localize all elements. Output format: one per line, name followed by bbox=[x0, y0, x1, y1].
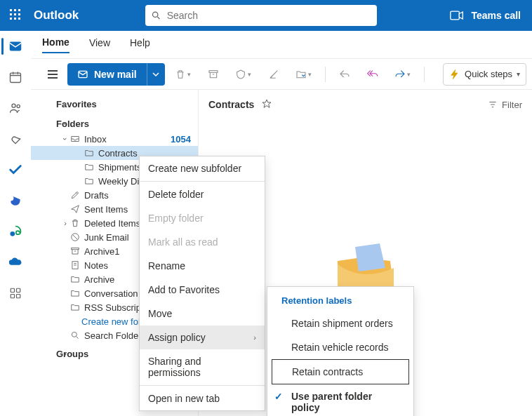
folder-inbox[interactable]: ›Inbox1054 bbox=[31, 132, 198, 146]
search-input[interactable] bbox=[167, 10, 371, 21]
folder-icon bbox=[70, 274, 80, 284]
svg-rect-13 bbox=[14, 13, 16, 15]
teams-call-button[interactable]: Teams call bbox=[443, 10, 528, 21]
quick-steps-label: Quick steps bbox=[465, 69, 512, 79]
separator bbox=[424, 67, 425, 82]
tab-home[interactable]: Home bbox=[42, 36, 69, 53]
video-icon bbox=[450, 11, 464, 20]
favorites-header[interactable]: ›Favorites bbox=[31, 95, 198, 112]
svg-rect-15 bbox=[10, 18, 12, 20]
svg-rect-9 bbox=[10, 9, 12, 11]
separator bbox=[140, 385, 265, 386]
chevron-right-icon: › bbox=[60, 219, 70, 227]
rail-calendar[interactable] bbox=[0, 62, 31, 93]
rail-app1[interactable] bbox=[0, 185, 31, 216]
ctx-delete-folder[interactable]: Delete folder bbox=[140, 182, 265, 206]
ctx-add-favorites[interactable]: Add to Favorites bbox=[140, 278, 265, 302]
folder-icon bbox=[84, 176, 94, 186]
new-mail-label: New mail bbox=[94, 69, 137, 80]
svg-rect-21 bbox=[209, 70, 218, 72]
ctx-open-new-tab[interactable]: Open in new tab bbox=[140, 387, 265, 410]
assign-policy-submenu: Retention labels Retain shipment orders … bbox=[267, 286, 414, 416]
app-launcher-icon[interactable] bbox=[4, 4, 28, 27]
move-button[interactable]: ▾ bbox=[290, 64, 318, 85]
chevron-down-icon: › bbox=[61, 134, 69, 144]
rail-people[interactable] bbox=[0, 93, 31, 123]
sweep-button[interactable] bbox=[262, 64, 286, 85]
content-header: Contracts Filter bbox=[199, 90, 532, 119]
main: ›Favorites ›Folders ›Inbox1054 Contracts… bbox=[0, 90, 532, 416]
search-box[interactable] bbox=[145, 5, 377, 26]
svg-rect-17 bbox=[18, 18, 20, 20]
rail-more-apps[interactable] bbox=[0, 278, 31, 309]
use-parent-folder-policy[interactable]: ✓Use parent folder policy bbox=[267, 384, 413, 416]
svg-rect-10 bbox=[14, 9, 16, 11]
filter-icon bbox=[488, 100, 498, 109]
svg-point-4 bbox=[10, 232, 15, 236]
ribbon-tabs: Home View Help bbox=[0, 31, 532, 59]
svg-rect-23 bbox=[72, 248, 79, 249]
folder-context-menu: Create new subfolder Delete folder Empty… bbox=[139, 156, 265, 411]
svg-rect-11 bbox=[18, 9, 20, 11]
folder-icon bbox=[84, 162, 94, 172]
svg-point-2 bbox=[12, 104, 15, 107]
retention-vehicle-records[interactable]: Retain vehicle records bbox=[267, 335, 413, 359]
archive-button[interactable] bbox=[201, 64, 225, 85]
rail-onedrive[interactable] bbox=[0, 247, 31, 278]
retention-contracts[interactable]: Retain contracts bbox=[272, 359, 409, 384]
new-mail-dropdown[interactable] bbox=[147, 63, 165, 86]
folders-header[interactable]: ›Folders bbox=[31, 115, 198, 132]
notes-icon bbox=[70, 260, 80, 270]
filter-button[interactable]: Filter bbox=[488, 100, 522, 110]
retention-shipment-orders[interactable]: Retain shipment orders bbox=[267, 311, 413, 335]
ctx-empty-folder: Empty folder bbox=[140, 206, 265, 230]
ctx-create-subfolder[interactable]: Create new subfolder bbox=[140, 156, 265, 180]
tab-view[interactable]: View bbox=[89, 37, 110, 53]
ctx-rename[interactable]: Rename bbox=[140, 254, 265, 278]
svg-rect-14 bbox=[18, 13, 20, 15]
chevron-down-icon: ▾ bbox=[517, 70, 520, 78]
rail-todo[interactable] bbox=[0, 154, 31, 185]
teams-call-label: Teams call bbox=[471, 10, 521, 21]
chevron-down-icon: › bbox=[61, 119, 69, 128]
rail-files[interactable] bbox=[0, 123, 31, 154]
filter-label: Filter bbox=[502, 100, 522, 110]
ctx-assign-policy[interactable]: Assign policy› bbox=[140, 326, 265, 349]
search-icon bbox=[151, 10, 161, 21]
report-button[interactable]: ▾ bbox=[230, 64, 258, 85]
tab-help[interactable]: Help bbox=[130, 37, 150, 53]
svg-rect-19 bbox=[451, 11, 460, 20]
svg-point-3 bbox=[17, 105, 20, 107]
check-icon: ✓ bbox=[274, 391, 283, 402]
forward-button[interactable]: ▾ bbox=[389, 64, 417, 85]
new-mail-button[interactable]: New mail bbox=[67, 63, 147, 86]
retention-labels-header: Retention labels bbox=[267, 290, 413, 311]
folder-icon bbox=[84, 148, 94, 158]
reply-button[interactable] bbox=[333, 64, 357, 85]
toolbar: New mail ▾ ▾ ▾ ▾ Quick steps ▾ bbox=[0, 59, 532, 90]
chevron-right-icon: › bbox=[253, 333, 256, 342]
folder-icon bbox=[70, 302, 80, 312]
ctx-sharing-permissions[interactable]: Sharing and permissions bbox=[140, 349, 265, 384]
ctx-mark-all-read: Mark all as read bbox=[140, 230, 265, 254]
brand-label: Outlook bbox=[34, 8, 79, 22]
search-icon bbox=[70, 330, 80, 340]
delete-button[interactable]: ▾ bbox=[169, 64, 197, 85]
svg-rect-0 bbox=[9, 42, 21, 51]
rail-mail[interactable] bbox=[0, 31, 31, 62]
chevron-right-icon: › bbox=[60, 349, 70, 358]
archive-icon bbox=[70, 246, 80, 256]
sent-icon bbox=[70, 204, 80, 214]
svg-rect-6 bbox=[16, 288, 20, 292]
svg-rect-5 bbox=[11, 288, 14, 292]
reply-all-button[interactable] bbox=[361, 64, 385, 85]
favorite-star-icon[interactable] bbox=[261, 98, 272, 112]
inbox-icon bbox=[70, 134, 80, 144]
hamburger-button[interactable] bbox=[42, 64, 63, 85]
rail-app2[interactable] bbox=[0, 216, 31, 247]
ctx-move[interactable]: Move bbox=[140, 302, 265, 326]
quick-steps-button[interactable]: Quick steps ▾ bbox=[443, 63, 526, 86]
svg-point-25 bbox=[72, 332, 77, 337]
drafts-icon bbox=[70, 190, 80, 200]
separator bbox=[325, 67, 326, 82]
